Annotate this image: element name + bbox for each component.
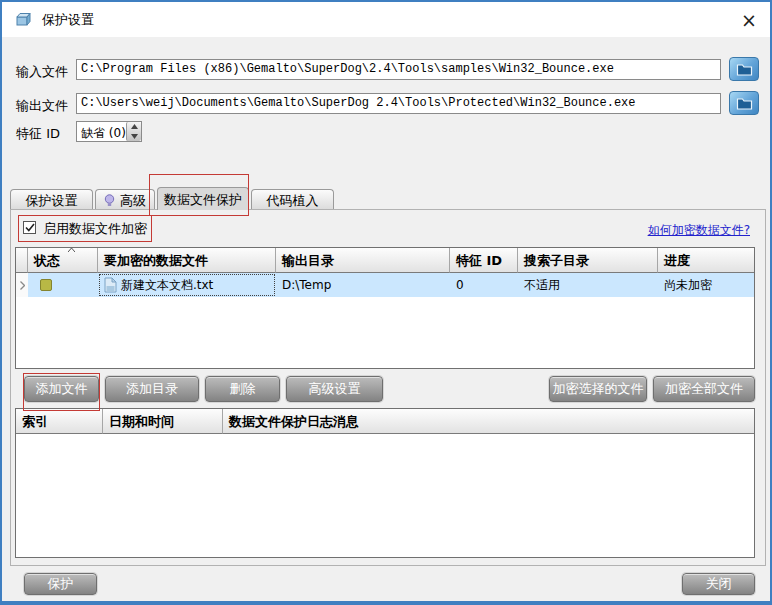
search-subdirs-cell: 不适用	[518, 273, 658, 297]
header-log-message[interactable]: 数据文件保护日志消息	[223, 409, 754, 434]
header-progress[interactable]: 进度	[658, 248, 754, 273]
status-cell	[28, 273, 98, 297]
feature-id-cell: 0	[450, 273, 518, 297]
log-table: 索引 日期和时间 数据文件保护日志消息	[15, 408, 755, 558]
file-name-cell[interactable]: 新建文本文档.txt	[98, 273, 276, 297]
protection-settings-dialog: 保护设置 × 输入文件 C:\Program Files (x86)\Gemal…	[0, 0, 772, 605]
tab-protection-settings[interactable]: 保护设置	[10, 189, 93, 209]
tab-advanced[interactable]: 高级	[95, 189, 155, 209]
header-index[interactable]: 索引	[16, 409, 103, 434]
progress-cell: 尚未加密	[658, 273, 754, 297]
add-directory-button[interactable]: 添加目录	[105, 376, 199, 402]
spin-down-icon[interactable]	[127, 132, 141, 142]
output-file-label: 输出文件	[16, 97, 68, 115]
feature-id-value: 缺省 (0)	[77, 122, 126, 141]
browse-input-file-button[interactable]	[729, 57, 759, 81]
close-icon[interactable]: ×	[736, 7, 762, 33]
feature-id-label: 特征 ID	[16, 125, 60, 143]
tab-label: 高级	[120, 192, 146, 210]
browse-output-file-button[interactable]	[729, 91, 759, 115]
status-pending-icon	[40, 279, 52, 291]
folder-icon	[736, 97, 753, 110]
folder-icon	[736, 63, 753, 76]
feature-id-spinner[interactable]: 缺省 (0)	[76, 121, 142, 142]
output-file-field[interactable]: C:\Users\weij\Documents\Gemalto\SuperDog…	[76, 93, 721, 114]
encrypt-selected-button[interactable]: 加密选择的文件	[549, 376, 647, 402]
input-file-field[interactable]: C:\Program Files (x86)\Gemalto\SuperDog\…	[76, 59, 721, 80]
log-table-empty-area	[16, 434, 754, 557]
header-status[interactable]: 状态	[28, 248, 98, 273]
log-table-header: 索引 日期和时间 数据文件保护日志消息	[16, 409, 754, 434]
file-name: 新建文本文档.txt	[121, 277, 213, 294]
tab-code-injection[interactable]: 代码植入	[251, 189, 334, 209]
sort-ascending-icon	[68, 248, 75, 252]
bulb-icon	[104, 194, 115, 207]
advanced-settings-button[interactable]: 高级设置	[286, 376, 383, 402]
row-expander[interactable]	[16, 273, 28, 297]
header-datetime[interactable]: 日期和时间	[103, 409, 223, 434]
files-table-empty-area	[16, 297, 754, 368]
annotation-highlight-checkbox	[18, 215, 152, 242]
files-table: 状态 要加密的数据文件 输出目录 特征 ID 搜索子目录 进度	[15, 247, 755, 369]
header-file[interactable]: 要加密的数据文件	[98, 248, 276, 273]
header-search-subdirs[interactable]: 搜索子目录	[518, 248, 658, 273]
files-table-header: 状态 要加密的数据文件 输出目录 特征 ID 搜索子目录 进度	[16, 248, 754, 273]
header-feature-id[interactable]: 特征 ID	[450, 248, 518, 273]
app-box-icon	[14, 10, 33, 29]
close-button[interactable]: 关闭	[682, 573, 755, 595]
annotation-highlight-tab	[149, 174, 249, 216]
spin-up-icon[interactable]	[127, 122, 141, 132]
document-icon	[104, 277, 117, 293]
input-file-label: 输入文件	[16, 63, 68, 81]
protect-button[interactable]: 保护	[24, 573, 97, 595]
tab-label: 代码植入	[267, 192, 319, 210]
tab-label: 保护设置	[26, 192, 78, 210]
window-title: 保护设置	[42, 2, 94, 37]
table-row[interactable]: 新建文本文档.txt D:\Temp 0 不适用 尚未加密	[16, 273, 754, 297]
output-dir-cell: D:\Temp	[276, 273, 450, 297]
titlebar: 保护设置 ×	[2, 2, 770, 37]
annotation-highlight-add-file	[23, 373, 100, 411]
header-output-dir[interactable]: 输出目录	[276, 248, 450, 273]
delete-button[interactable]: 删除	[205, 376, 280, 402]
spinner-buttons[interactable]	[126, 122, 141, 141]
header-gutter	[16, 248, 28, 273]
how-to-encrypt-link[interactable]: 如何加密数据文件?	[648, 222, 750, 239]
encrypt-all-button[interactable]: 加密全部文件	[653, 376, 755, 402]
